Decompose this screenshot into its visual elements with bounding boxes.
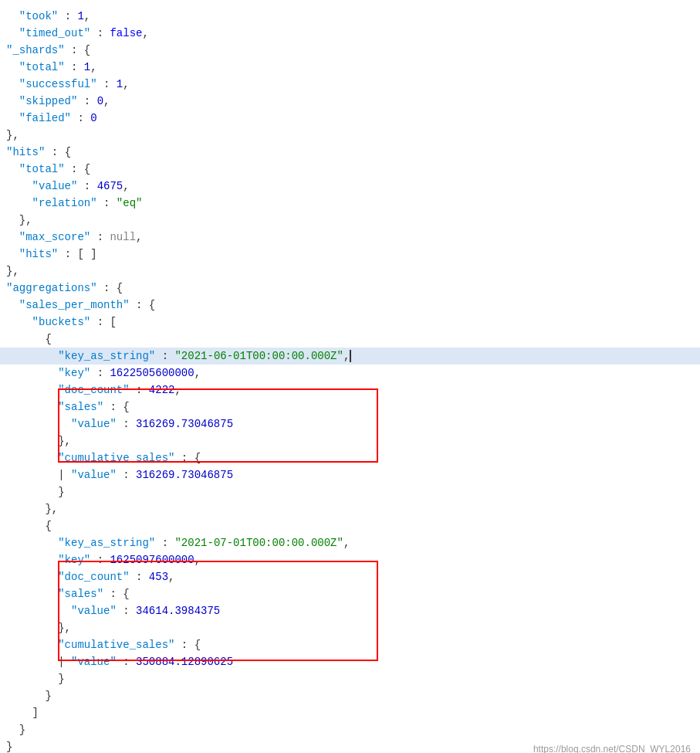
key-token: "buckets" — [32, 314, 91, 331]
code-line: "key_as_string" : "2021-07-01T00:00:00.0… — [0, 534, 700, 551]
punctuation-token — [6, 416, 71, 432]
punctuation-token: : — [71, 110, 90, 127]
punctuation-token: : { — [45, 144, 71, 161]
punctuation-token — [6, 365, 58, 382]
punctuation-token: : — [117, 416, 136, 432]
punctuation-token: , — [84, 8, 90, 25]
code-line: "key" : 1625097600000, — [0, 551, 700, 568]
punctuation-token: , — [103, 93, 110, 110]
key-token: "hits" — [6, 144, 45, 161]
punctuation-token: , — [168, 568, 174, 585]
punctuation-token: }, — [6, 212, 32, 229]
punctuation-token: : — [90, 365, 110, 382]
key-token: "sales" — [58, 399, 103, 416]
punctuation-token: : — [65, 59, 84, 76]
code-line: ] — [0, 704, 700, 721]
punctuation-token: , — [343, 348, 350, 365]
punctuation-token: } — [6, 721, 25, 738]
number-val-token: 4675 — [97, 178, 123, 195]
code-line: | "value" : 350884.12890625 — [0, 653, 700, 670]
punctuation-token — [6, 8, 19, 25]
punctuation-token — [6, 348, 58, 365]
punctuation-token: : [ ] — [58, 246, 96, 263]
code-container: "took" : 1, "timed_out" : false,"_shards… — [0, 0, 700, 753]
punctuation-token: : — [117, 653, 136, 670]
code-line: "failed" : 0 — [0, 110, 700, 127]
string-val-token: "2021-06-01T00:00:00.000Z" — [174, 348, 343, 365]
code-line: "max_score" : null, — [0, 229, 700, 246]
punctuation-token — [6, 195, 32, 212]
punctuation-token: { — [6, 517, 52, 534]
string-val-token: "2021-07-01T00:00:00.000Z" — [174, 534, 343, 551]
punctuation-token — [6, 246, 19, 263]
punctuation-token: : { — [65, 161, 91, 178]
punctuation-token: : — [97, 195, 117, 212]
code-line: "cumulative_sales" : { — [0, 449, 700, 466]
punctuation-token: : — [117, 602, 136, 619]
key-token: "aggregations" — [6, 280, 97, 297]
key-token: "max_score" — [19, 229, 90, 246]
punctuation-token: : — [97, 76, 117, 93]
punctuation-token: : { — [174, 449, 201, 466]
punctuation-token — [6, 110, 19, 127]
punctuation-token: , — [194, 551, 201, 568]
punctuation-token: , — [142, 25, 148, 42]
punctuation-token — [6, 178, 32, 195]
key-token: "key" — [58, 551, 90, 568]
punctuation-token: : — [130, 382, 149, 399]
punctuation-token: : — [155, 348, 174, 365]
code-line: "doc_count" : 453, — [0, 568, 700, 585]
punctuation-token: }, — [6, 500, 58, 517]
code-line: }, — [0, 432, 700, 449]
code-line: } — [0, 687, 700, 704]
code-line: "key_as_string" : "2021-06-01T00:00:00.0… — [0, 348, 700, 365]
key-token: "took" — [19, 8, 58, 25]
key-token: "sales_per_month" — [19, 297, 130, 314]
key-token: "key_as_string" — [58, 534, 155, 551]
key-token: "cumulative_sales" — [58, 449, 174, 466]
punctuation-token: : — [90, 551, 110, 568]
punctuation-token: , — [343, 534, 350, 551]
punctuation-token — [6, 161, 19, 178]
key-token: "value" — [71, 416, 117, 432]
code-line: "key" : 1622505600000, — [0, 365, 700, 382]
key-token: "total" — [19, 161, 65, 178]
code-line: "value" : 4675, — [0, 178, 700, 195]
punctuation-token: ] — [6, 704, 39, 721]
punctuation-token — [6, 297, 19, 314]
punctuation-token: , — [90, 59, 96, 76]
number-val-token: 350884.12890625 — [136, 653, 233, 670]
punctuation-token: : — [117, 466, 136, 483]
code-line: "relation" : "eq" — [0, 195, 700, 212]
punctuation-token — [6, 568, 58, 585]
code-line: "hits" : [ ] — [0, 246, 700, 263]
code-line: }, — [0, 619, 700, 636]
code-line: { — [0, 517, 700, 534]
watermark: https://blog.csdn.net/CSDN_WYL2016 — [533, 742, 691, 753]
punctuation-token: : { — [65, 42, 91, 59]
code-line: "took" : 1, — [0, 8, 700, 25]
text-cursor — [350, 350, 351, 362]
code-line: }, — [0, 212, 700, 229]
code-line: } — [0, 483, 700, 500]
number-val-token: 0 — [90, 110, 96, 127]
number-val-token: 1622505600000 — [110, 365, 194, 382]
punctuation-token: } — [6, 670, 65, 687]
punctuation-token — [6, 93, 19, 110]
number-val-token: 1625097600000 — [110, 551, 194, 568]
code-line: } — [0, 670, 700, 687]
code-line: "_shards" : { — [0, 42, 700, 59]
code-line: "timed_out" : false, — [0, 25, 700, 42]
key-token: "key" — [58, 365, 90, 382]
punctuation-token: }, — [6, 432, 71, 449]
key-token: "cumulative_sales" — [58, 636, 174, 653]
code-line: "value" : 34614.3984375 — [0, 602, 700, 619]
punctuation-token — [6, 314, 32, 331]
punctuation-token — [6, 382, 58, 399]
code-line: "sales_per_month" : { — [0, 297, 700, 314]
punctuation-token: : — [90, 25, 110, 42]
punctuation-token: : — [58, 8, 77, 25]
punctuation-token: : — [77, 178, 96, 195]
key-token: "key_as_string" — [58, 348, 155, 365]
key-token: "successful" — [19, 76, 97, 93]
